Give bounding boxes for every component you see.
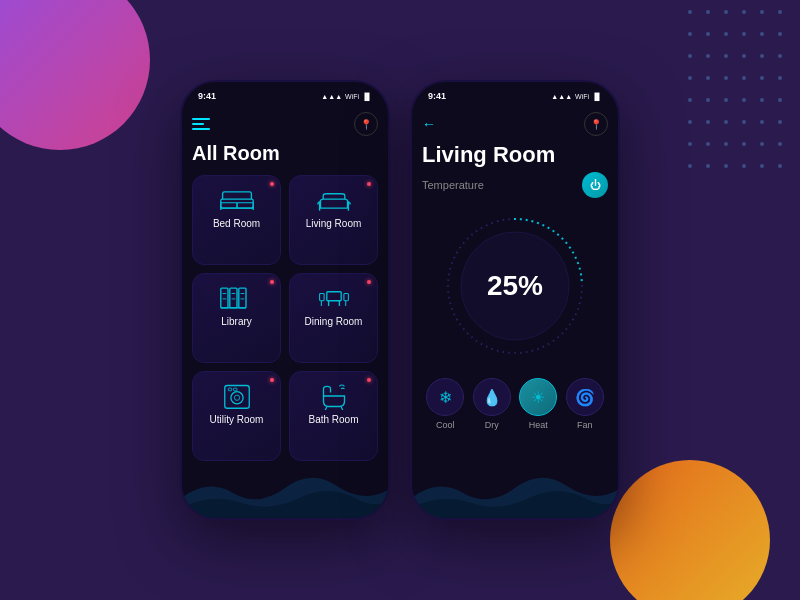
svg-line-76 <box>453 314 455 315</box>
control-dry[interactable]: 💧 Dry <box>473 378 511 430</box>
control-heat[interactable]: ☀ Heat <box>519 378 557 430</box>
svg-line-84 <box>449 268 451 269</box>
svg-line-67 <box>492 348 493 350</box>
svg-line-37 <box>566 242 568 243</box>
svg-line-88 <box>459 247 461 248</box>
svg-point-23 <box>230 392 242 404</box>
room-card-dining[interactable]: Dining Room <box>289 273 378 363</box>
controls-row: ❄ Cool 💧 Dry ☀ Heat 🌀 Fan <box>422 378 608 430</box>
fan-icon: 🌀 <box>566 378 604 416</box>
svg-rect-5 <box>220 288 227 308</box>
svg-line-57 <box>548 343 549 345</box>
library-label: Library <box>221 316 252 327</box>
svg-line-85 <box>451 263 453 264</box>
phones-container: 9:41 ▲▲▲ WiFi ▐▌ 📍 All Room <box>180 80 620 520</box>
room-card-bedroom[interactable]: Bed Room <box>192 175 281 265</box>
location-icon-2[interactable]: 📍 <box>584 112 608 136</box>
room-grid: Bed Room Living Room <box>192 175 378 461</box>
svg-line-31 <box>538 222 539 224</box>
temperature-gauge: (function(){ const g = document.getEleme… <box>435 206 595 366</box>
dining-icon <box>316 284 352 312</box>
svg-line-55 <box>557 337 558 339</box>
phone2-notch <box>475 82 555 100</box>
svg-line-30 <box>532 220 533 222</box>
phone1-header: 📍 <box>192 108 378 142</box>
library-icon <box>219 284 255 312</box>
svg-rect-15 <box>326 292 340 301</box>
svg-line-42 <box>579 268 581 269</box>
room-card-bathroom[interactable]: Bath Room <box>289 371 378 461</box>
phone-all-room: 9:41 ▲▲▲ WiFi ▐▌ 📍 All Room <box>180 80 390 520</box>
control-fan[interactable]: 🌀 Fan <box>566 378 604 430</box>
location-icon[interactable]: 📍 <box>354 112 378 136</box>
bg-decoration-orange <box>610 460 770 600</box>
bathroom-label: Bath Room <box>308 414 358 425</box>
phone2-header: ← 📍 <box>422 108 608 142</box>
phone-living-room: 9:41 ▲▲▲ WiFi ▐▌ ← 📍 Living Room Tempera… <box>410 80 620 520</box>
bedroom-label: Bed Room <box>213 218 260 229</box>
power-button[interactable]: ⏻ <box>582 172 608 198</box>
svg-line-40 <box>575 257 577 258</box>
dining-label: Dining Room <box>305 316 363 327</box>
page-title: All Room <box>192 142 378 165</box>
menu-icon[interactable] <box>192 118 210 130</box>
svg-line-39 <box>572 252 574 253</box>
svg-line-50 <box>575 314 577 315</box>
svg-line-87 <box>456 252 458 253</box>
svg-line-96 <box>497 220 498 222</box>
room-card-utility[interactable]: Utility Room <box>192 371 281 461</box>
living-room-title: Living Room <box>422 142 608 168</box>
bg-dots-pattern: (function(){ const d = document.querySel… <box>680 0 800 200</box>
svg-rect-2 <box>237 203 253 208</box>
temperature-label: Temperature <box>422 179 484 191</box>
phone1-content: 📍 All Room Bed Room <box>182 104 388 518</box>
svg-line-75 <box>456 319 458 320</box>
phone2-content: ← 📍 Living Room Temperature ⏻ (function(… <box>412 104 618 518</box>
svg-line-54 <box>562 333 563 334</box>
svg-line-95 <box>492 222 493 224</box>
svg-rect-18 <box>319 294 324 301</box>
phone1-status-icons: ▲▲▲ WiFi ▐▌ <box>321 93 372 100</box>
svg-line-92 <box>476 230 477 232</box>
room-card-library[interactable]: Library <box>192 273 281 363</box>
back-button[interactable]: ← <box>422 116 436 132</box>
svg-line-38 <box>569 247 571 248</box>
svg-line-94 <box>486 224 487 226</box>
svg-line-91 <box>471 234 472 236</box>
svg-line-74 <box>459 324 461 325</box>
bedroom-icon <box>219 186 255 214</box>
svg-line-56 <box>553 340 554 342</box>
svg-point-24 <box>234 395 239 400</box>
livingroom-label: Living Room <box>306 218 362 229</box>
svg-line-90 <box>467 238 468 239</box>
svg-line-93 <box>481 227 482 229</box>
bathroom-icon <box>316 382 352 410</box>
svg-line-36 <box>562 238 563 239</box>
phone1-time: 9:41 <box>198 91 216 101</box>
svg-line-86 <box>453 257 455 258</box>
temperature-percent: 25% <box>487 270 543 302</box>
svg-line-58 <box>543 346 544 348</box>
control-cool[interactable]: ❄ Cool <box>426 378 464 430</box>
svg-line-89 <box>463 242 465 243</box>
svg-line-33 <box>548 227 549 229</box>
livingroom-icon <box>316 186 352 214</box>
svg-line-71 <box>471 337 472 339</box>
svg-line-49 <box>577 309 579 310</box>
room-card-livingroom[interactable]: Living Room <box>289 175 378 265</box>
svg-rect-20 <box>343 294 348 301</box>
svg-line-32 <box>543 224 544 226</box>
phone1-wave <box>182 458 388 518</box>
svg-rect-26 <box>233 388 237 391</box>
cool-icon: ❄ <box>426 378 464 416</box>
svg-line-52 <box>569 324 571 325</box>
phone2-time: 9:41 <box>428 91 446 101</box>
cool-label: Cool <box>436 420 455 430</box>
svg-rect-7 <box>238 288 245 308</box>
svg-line-73 <box>463 328 465 329</box>
svg-line-59 <box>538 348 539 350</box>
svg-line-53 <box>566 328 568 329</box>
utility-icon <box>219 382 255 410</box>
svg-line-78 <box>449 303 451 304</box>
svg-line-51 <box>572 319 574 320</box>
